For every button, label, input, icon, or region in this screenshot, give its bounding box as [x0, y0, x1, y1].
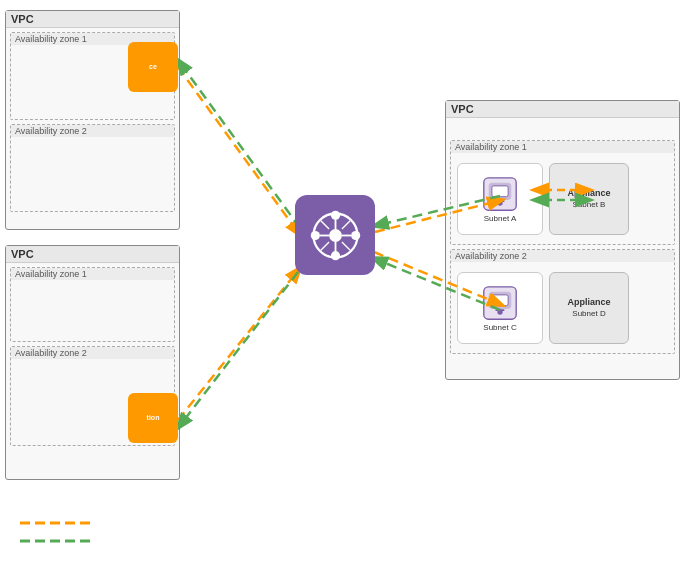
subnet-c-box: Subnet C — [457, 272, 543, 344]
transit-gateway-hub — [295, 195, 375, 275]
svg-point-2 — [330, 210, 339, 219]
subnet-b-box: Appliance Subnet B — [549, 163, 629, 235]
svg-point-3 — [330, 251, 339, 260]
svg-rect-21 — [492, 294, 508, 305]
legend-item-green — [20, 535, 90, 547]
legend-line-green — [20, 535, 90, 547]
subnet-c-label: Subnet C — [483, 323, 516, 332]
svg-line-12 — [341, 220, 349, 228]
legend-line-orange — [20, 517, 90, 529]
left-vpc2: VPC Availability zone 1 Availability zon… — [5, 245, 180, 480]
left-vpc2-az1: Availability zone 1 — [10, 267, 175, 342]
svg-line-13 — [320, 241, 328, 249]
svg-point-1 — [329, 229, 342, 242]
legend — [20, 517, 90, 547]
arrow-hub-to-dest-green — [178, 272, 298, 428]
left-vpc1-az2-label: Availability zone 2 — [11, 125, 174, 137]
right-vpc-az2: Availability zone 2 Subnet C Appliance — [450, 249, 675, 354]
source-box-top: ce — [128, 42, 178, 92]
subnet-d-label: Subnet D — [572, 309, 605, 319]
svg-line-10 — [320, 220, 328, 228]
subnet-b-label: Subnet B — [573, 200, 606, 210]
svg-rect-23 — [496, 309, 505, 311]
right-vpc: VPC Availability zone 1 Subnet A — [445, 100, 680, 380]
svg-line-11 — [341, 241, 349, 249]
left-vpc2-az1-label: Availability zone 1 — [11, 268, 174, 280]
svg-point-4 — [310, 230, 319, 239]
svg-rect-16 — [492, 185, 508, 196]
diagram-area: VPC Availability zone 1 Availability zon… — [0, 0, 686, 520]
right-vpc-az2-label: Availability zone 2 — [451, 250, 674, 262]
subnet-a-box: Subnet A — [457, 163, 543, 235]
right-vpc-label: VPC — [446, 101, 679, 118]
legend-item-orange — [20, 517, 90, 529]
right-vpc-az1-label: Availability zone 1 — [451, 141, 674, 153]
subnet-b-appliance-label: Appliance — [567, 188, 610, 200]
arrow-dest-to-hub-orange — [178, 268, 300, 420]
left-vpc1-az2: Availability zone 2 — [10, 124, 175, 212]
subnet-d-appliance-label: Appliance — [567, 297, 610, 309]
dest-box-bottom: tion — [128, 393, 178, 443]
arrow-source-to-hub-orange — [178, 67, 300, 235]
subnet-d-box: Appliance Subnet D — [549, 272, 629, 344]
subnet-a-label: Subnet A — [484, 214, 516, 223]
arrow-hub-to-source-green — [178, 60, 300, 228]
right-vpc-az1: Availability zone 1 Subnet A Appliance — [450, 140, 675, 245]
left-vpc1-label: VPC — [6, 11, 179, 28]
svg-point-5 — [351, 230, 360, 239]
svg-rect-18 — [496, 200, 505, 202]
left-vpc2-label: VPC — [6, 246, 179, 263]
left-vpc2-az2-label: Availability zone 2 — [11, 347, 174, 359]
